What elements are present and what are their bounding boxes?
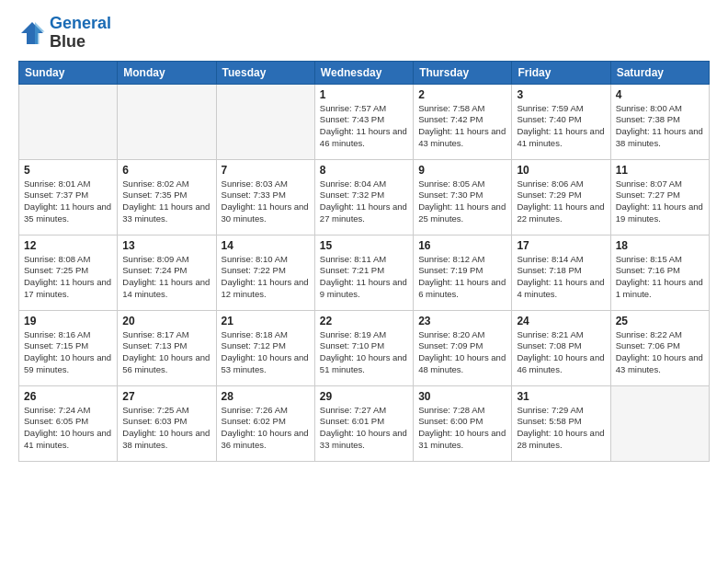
calendar-cell: 11Sunrise: 8:07 AM Sunset: 7:27 PM Dayli… bbox=[610, 159, 709, 235]
day-info: Sunrise: 8:12 AM Sunset: 7:19 PM Dayligh… bbox=[418, 254, 506, 301]
calendar-cell: 1Sunrise: 7:57 AM Sunset: 7:43 PM Daylig… bbox=[314, 84, 413, 159]
day-info: Sunrise: 7:29 AM Sunset: 5:58 PM Dayligh… bbox=[517, 405, 605, 452]
calendar-cell: 19Sunrise: 8:16 AM Sunset: 7:15 PM Dayli… bbox=[19, 310, 118, 385]
day-info: Sunrise: 8:06 AM Sunset: 7:29 PM Dayligh… bbox=[517, 178, 605, 225]
calendar-cell: 5Sunrise: 8:01 AM Sunset: 7:37 PM Daylig… bbox=[19, 159, 118, 235]
calendar-cell: 3Sunrise: 7:59 AM Sunset: 7:40 PM Daylig… bbox=[512, 84, 610, 159]
weekday-header: Thursday bbox=[414, 61, 512, 84]
day-info: Sunrise: 7:24 AM Sunset: 6:05 PM Dayligh… bbox=[24, 405, 112, 452]
day-number: 25 bbox=[616, 315, 704, 327]
day-info: Sunrise: 8:01 AM Sunset: 7:37 PM Dayligh… bbox=[24, 178, 112, 225]
day-number: 27 bbox=[122, 390, 210, 403]
calendar-cell: 15Sunrise: 8:11 AM Sunset: 7:21 PM Dayli… bbox=[314, 235, 413, 310]
svg-marker-0 bbox=[21, 22, 43, 44]
weekday-header: Wednesday bbox=[314, 61, 413, 84]
day-info: Sunrise: 8:22 AM Sunset: 7:06 PM Dayligh… bbox=[616, 329, 704, 376]
day-number: 28 bbox=[222, 390, 310, 403]
calendar-cell: 9Sunrise: 8:05 AM Sunset: 7:30 PM Daylig… bbox=[414, 159, 512, 235]
day-number: 24 bbox=[517, 315, 605, 327]
calendar-cell bbox=[19, 84, 118, 159]
day-number: 13 bbox=[122, 239, 210, 252]
calendar-week-row: 1Sunrise: 7:57 AM Sunset: 7:43 PM Daylig… bbox=[19, 84, 710, 159]
calendar-cell: 21Sunrise: 8:18 AM Sunset: 7:12 PM Dayli… bbox=[216, 310, 314, 385]
day-number: 7 bbox=[222, 164, 310, 177]
calendar-cell: 29Sunrise: 7:27 AM Sunset: 6:01 PM Dayli… bbox=[314, 385, 413, 461]
calendar-cell: 17Sunrise: 8:14 AM Sunset: 7:18 PM Dayli… bbox=[512, 235, 610, 310]
day-info: Sunrise: 8:20 AM Sunset: 7:09 PM Dayligh… bbox=[418, 329, 506, 376]
day-info: Sunrise: 8:14 AM Sunset: 7:18 PM Dayligh… bbox=[517, 254, 605, 301]
day-number: 30 bbox=[418, 390, 506, 403]
day-info: Sunrise: 8:11 AM Sunset: 7:21 PM Dayligh… bbox=[320, 254, 408, 301]
day-number: 11 bbox=[616, 164, 704, 177]
calendar-cell: 28Sunrise: 7:26 AM Sunset: 6:02 PM Dayli… bbox=[216, 385, 314, 461]
day-info: Sunrise: 8:00 AM Sunset: 7:38 PM Dayligh… bbox=[616, 103, 704, 150]
calendar-cell: 31Sunrise: 7:29 AM Sunset: 5:58 PM Dayli… bbox=[512, 385, 610, 461]
calendar-week-row: 5Sunrise: 8:01 AM Sunset: 7:37 PM Daylig… bbox=[19, 159, 710, 235]
logo-text: General Blue bbox=[50, 15, 111, 52]
day-info: Sunrise: 8:09 AM Sunset: 7:24 PM Dayligh… bbox=[122, 254, 210, 301]
calendar-cell: 14Sunrise: 8:10 AM Sunset: 7:22 PM Dayli… bbox=[216, 235, 314, 310]
calendar-cell: 20Sunrise: 8:17 AM Sunset: 7:13 PM Dayli… bbox=[118, 310, 216, 385]
day-number: 6 bbox=[122, 164, 210, 177]
calendar-week-row: 19Sunrise: 8:16 AM Sunset: 7:15 PM Dayli… bbox=[19, 310, 710, 385]
weekday-header: Friday bbox=[512, 61, 610, 84]
day-number: 22 bbox=[320, 315, 408, 327]
day-number: 17 bbox=[517, 239, 605, 252]
day-info: Sunrise: 7:25 AM Sunset: 6:03 PM Dayligh… bbox=[122, 405, 210, 452]
header: General Blue bbox=[18, 15, 710, 52]
day-number: 3 bbox=[517, 88, 605, 101]
day-info: Sunrise: 7:27 AM Sunset: 6:01 PM Dayligh… bbox=[320, 405, 408, 452]
calendar-cell: 22Sunrise: 8:19 AM Sunset: 7:10 PM Dayli… bbox=[314, 310, 413, 385]
day-info: Sunrise: 8:21 AM Sunset: 7:08 PM Dayligh… bbox=[517, 329, 605, 376]
calendar-week-row: 26Sunrise: 7:24 AM Sunset: 6:05 PM Dayli… bbox=[19, 385, 710, 461]
day-number: 21 bbox=[222, 315, 310, 327]
page: General Blue SundayMondayTuesdayWednesda… bbox=[0, 0, 728, 471]
logo: General Blue bbox=[18, 15, 111, 52]
logo-icon bbox=[18, 19, 46, 47]
day-info: Sunrise: 7:57 AM Sunset: 7:43 PM Dayligh… bbox=[320, 103, 408, 150]
day-info: Sunrise: 8:05 AM Sunset: 7:30 PM Dayligh… bbox=[418, 178, 506, 225]
day-info: Sunrise: 7:58 AM Sunset: 7:42 PM Dayligh… bbox=[418, 103, 506, 150]
day-number: 9 bbox=[418, 164, 506, 177]
calendar-cell: 8Sunrise: 8:04 AM Sunset: 7:32 PM Daylig… bbox=[314, 159, 413, 235]
day-number: 1 bbox=[320, 88, 408, 101]
day-number: 18 bbox=[616, 239, 704, 252]
day-info: Sunrise: 8:03 AM Sunset: 7:33 PM Dayligh… bbox=[222, 178, 310, 225]
calendar-table: SundayMondayTuesdayWednesdayThursdayFrid… bbox=[18, 61, 710, 462]
day-number: 20 bbox=[122, 315, 210, 327]
calendar-cell: 13Sunrise: 8:09 AM Sunset: 7:24 PM Dayli… bbox=[118, 235, 216, 310]
day-number: 29 bbox=[320, 390, 408, 403]
calendar-cell: 16Sunrise: 8:12 AM Sunset: 7:19 PM Dayli… bbox=[414, 235, 512, 310]
calendar-cell: 25Sunrise: 8:22 AM Sunset: 7:06 PM Dayli… bbox=[610, 310, 709, 385]
day-info: Sunrise: 7:26 AM Sunset: 6:02 PM Dayligh… bbox=[222, 405, 310, 452]
day-number: 31 bbox=[517, 390, 605, 403]
day-info: Sunrise: 8:16 AM Sunset: 7:15 PM Dayligh… bbox=[24, 329, 112, 376]
calendar-cell: 18Sunrise: 8:15 AM Sunset: 7:16 PM Dayli… bbox=[610, 235, 709, 310]
calendar-week-row: 12Sunrise: 8:08 AM Sunset: 7:25 PM Dayli… bbox=[19, 235, 710, 310]
calendar-cell bbox=[216, 84, 314, 159]
day-number: 4 bbox=[616, 88, 704, 101]
day-info: Sunrise: 8:04 AM Sunset: 7:32 PM Dayligh… bbox=[320, 178, 408, 225]
day-info: Sunrise: 8:07 AM Sunset: 7:27 PM Dayligh… bbox=[616, 178, 704, 225]
day-number: 26 bbox=[24, 390, 112, 403]
calendar-cell: 6Sunrise: 8:02 AM Sunset: 7:35 PM Daylig… bbox=[118, 159, 216, 235]
day-info: Sunrise: 8:02 AM Sunset: 7:35 PM Dayligh… bbox=[122, 178, 210, 225]
day-number: 19 bbox=[24, 315, 112, 327]
day-number: 5 bbox=[24, 164, 112, 177]
day-number: 15 bbox=[320, 239, 408, 252]
calendar-cell: 30Sunrise: 7:28 AM Sunset: 6:00 PM Dayli… bbox=[414, 385, 512, 461]
weekday-header: Sunday bbox=[19, 61, 118, 84]
calendar-cell: 12Sunrise: 8:08 AM Sunset: 7:25 PM Dayli… bbox=[19, 235, 118, 310]
day-info: Sunrise: 8:18 AM Sunset: 7:12 PM Dayligh… bbox=[222, 329, 310, 376]
day-number: 10 bbox=[517, 164, 605, 177]
weekday-header-row: SundayMondayTuesdayWednesdayThursdayFrid… bbox=[19, 61, 710, 84]
calendar-cell bbox=[118, 84, 216, 159]
calendar-cell: 23Sunrise: 8:20 AM Sunset: 7:09 PM Dayli… bbox=[414, 310, 512, 385]
day-info: Sunrise: 8:08 AM Sunset: 7:25 PM Dayligh… bbox=[24, 254, 112, 301]
day-number: 23 bbox=[418, 315, 506, 327]
day-info: Sunrise: 8:19 AM Sunset: 7:10 PM Dayligh… bbox=[320, 329, 408, 376]
day-info: Sunrise: 7:59 AM Sunset: 7:40 PM Dayligh… bbox=[517, 103, 605, 150]
day-number: 14 bbox=[222, 239, 310, 252]
weekday-header: Tuesday bbox=[216, 61, 314, 84]
day-number: 12 bbox=[24, 239, 112, 252]
